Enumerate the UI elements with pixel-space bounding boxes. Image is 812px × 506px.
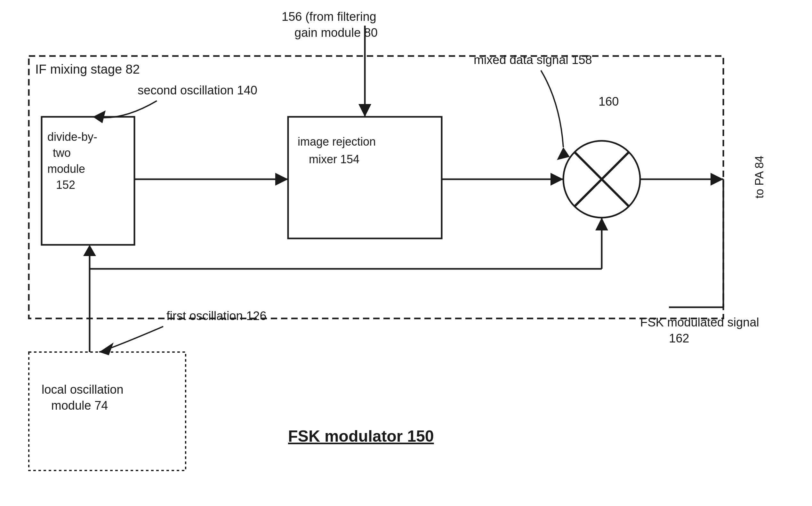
fsk-modulator-title: FSK modulator 150 — [288, 427, 434, 445]
first-osc-label: first oscillation 126 — [166, 309, 267, 323]
from-filtering-label2: gain module 80 — [294, 26, 378, 39]
if-mixing-stage-label: IF mixing stage 82 — [35, 62, 140, 76]
divide-label3: module — [48, 162, 85, 175]
to-pa-label: to PA 84 — [753, 156, 766, 198]
multiplier-label: 160 — [599, 95, 619, 108]
ir-mixer-label2: mixer 154 — [309, 153, 359, 166]
from-filtering-label1: 156 (from filtering — [282, 10, 376, 23]
divide-label2: two — [53, 146, 71, 159]
divide-label1: divide-by- — [48, 130, 97, 143]
local-oscillation-label: local oscillation — [41, 383, 123, 396]
diagram-container: IF mixing stage 82 local oscillation mod… — [0, 0, 812, 506]
fsk-mod-signal-label1: FSK modulated signal — [640, 316, 759, 329]
mixed-data-label: mixed data signal 158 — [474, 53, 592, 67]
fsk-mod-signal-label2: 162 — [669, 332, 689, 345]
local-oscillation-label2: module 74 — [51, 399, 108, 412]
ir-mixer-label1: image rejection — [298, 135, 376, 148]
second-osc-label: second oscillation 140 — [138, 84, 257, 97]
divide-label4: 152 — [56, 178, 75, 191]
